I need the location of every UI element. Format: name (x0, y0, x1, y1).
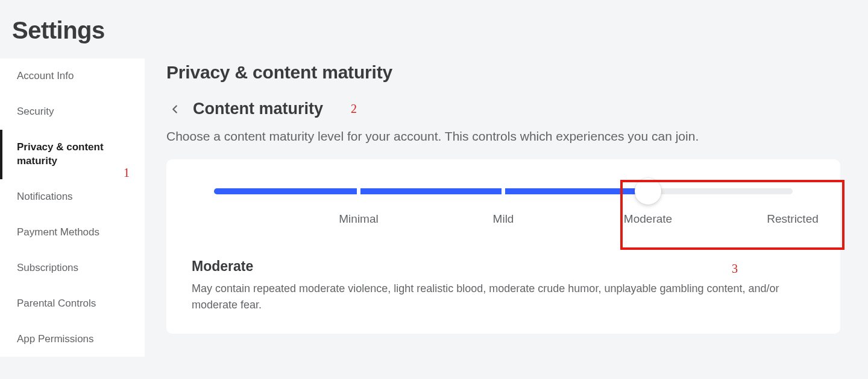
current-level-title: Moderate (192, 258, 817, 275)
slider-label-moderate: Moderate (624, 212, 672, 226)
slider-label-minimal: Minimal (339, 212, 378, 226)
slider-label-mild: Mild (493, 212, 514, 226)
slider-gap (357, 188, 360, 194)
maturity-slider[interactable]: Minimal Mild Moderate Restricted (214, 188, 793, 227)
sidebar-item-notifications[interactable]: Notifications (0, 179, 145, 215)
chevron-left-icon (168, 103, 181, 116)
sidebar-item-subscriptions[interactable]: Subscriptions (0, 250, 145, 286)
slider-gap (502, 188, 505, 194)
sidebar-item-parental-controls[interactable]: Parental Controls (0, 286, 145, 322)
main-content: Privacy & content maturity Content matur… (145, 59, 862, 334)
sidebar-item-security[interactable]: Security (0, 94, 145, 130)
section-title: Privacy & content maturity (166, 62, 840, 83)
settings-sidebar: Account Info Security Privacy & content … (0, 59, 145, 357)
slider-thumb[interactable] (635, 178, 661, 205)
slider-label-restricted: Restricted (767, 212, 819, 226)
annotation-2: 2 (351, 102, 357, 116)
maturity-card: Minimal Mild Moderate Restricted Moderat… (166, 159, 840, 334)
sidebar-item-payment-methods[interactable]: Payment Methods (0, 215, 145, 250)
subheader-row: Content maturity 2 (166, 100, 840, 118)
current-level-description: May contain repeated moderate violence, … (192, 281, 817, 313)
sidebar-item-app-permissions[interactable]: App Permissions (0, 322, 145, 357)
back-button[interactable] (166, 101, 183, 118)
slider-labels: Minimal Mild Moderate Restricted (214, 212, 793, 227)
sidebar-item-privacy-maturity[interactable]: Privacy & content maturity (0, 130, 145, 179)
slider-track (214, 188, 793, 194)
sidebar-item-account-info[interactable]: Account Info (0, 59, 145, 94)
page-title: Settings (0, 0, 868, 59)
content-maturity-description: Choose a content maturity level for your… (166, 129, 840, 144)
subheader-title: Content maturity (193, 100, 323, 118)
slider-fill (214, 188, 648, 194)
